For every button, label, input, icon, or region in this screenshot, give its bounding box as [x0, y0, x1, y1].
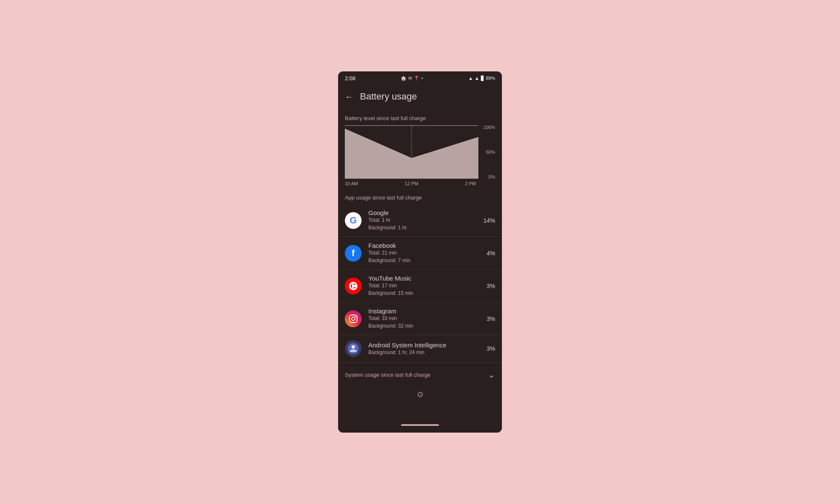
youtubemusic-icon-container	[345, 278, 362, 294]
dot-icon: •	[421, 76, 423, 81]
app-usage-title: App usage since last full charge	[338, 186, 502, 204]
chart-svg	[345, 125, 478, 179]
chart-x-labels: 10 AM 12 PM 2 PM	[345, 179, 476, 186]
signal-icon: ▲	[475, 76, 479, 81]
facebook-icon: f	[345, 245, 362, 262]
asi-detail1: Background: 1 hr, 24 min	[368, 349, 483, 356]
list-item[interactable]: Android System Intelligence Background: …	[338, 335, 502, 362]
asi-info: Android System Intelligence Background: …	[368, 341, 483, 356]
google-info: Google Total: 1 hr Background: 1 hr	[368, 209, 480, 231]
chart-section-label: Battery level since last full charge	[338, 108, 502, 125]
youtubemusic-info: YouTube Music Total: 17 min Background: …	[368, 275, 483, 297]
facebook-name: Facebook	[368, 242, 483, 249]
youtubemusic-detail1: Total: 17 min	[368, 282, 483, 289]
content-area: Battery level since last full charge	[338, 108, 502, 419]
app-bar: ← Battery usage	[338, 85, 502, 108]
chart-area: 100% 50% 0%	[345, 125, 495, 179]
asi-name: Android System Intelligence	[368, 341, 483, 349]
google-detail1: Total: 1 hr	[368, 216, 480, 224]
asi-icon	[345, 340, 362, 357]
list-item[interactable]: Instagram Total: 33 min Background: 32 m…	[338, 302, 502, 335]
page-title: Battery usage	[360, 91, 417, 102]
battery-percent: 89%	[486, 76, 495, 81]
facebook-icon-container: f	[345, 245, 362, 262]
google-percentage: 14%	[483, 217, 495, 224]
bottom-nav-area: ⊙	[338, 386, 502, 399]
location-icon: 📍	[414, 76, 420, 81]
x-label-2pm: 2 PM	[465, 181, 476, 186]
chart-y-labels: 100% 50% 0%	[478, 125, 495, 179]
youtubemusic-percentage: 3%	[487, 283, 495, 289]
back-button[interactable]: ←	[345, 92, 353, 102]
google-detail2: Background: 1 hr	[368, 224, 480, 231]
battery-icon: ▊	[481, 76, 484, 81]
instagram-icon-container	[345, 310, 362, 327]
asi-percentage: 3%	[487, 345, 495, 352]
svg-point-13	[355, 316, 356, 317]
system-usage-label: System usage since last full charge	[345, 372, 488, 378]
instagram-detail1: Total: 33 min	[368, 315, 483, 322]
svg-marker-2	[412, 137, 478, 178]
wifi-icon: ▲	[468, 76, 473, 81]
status-left-icons: 🏠 ✉ 📍 •	[401, 76, 423, 81]
facebook-info: Facebook Total: 21 min Background: 7 min	[368, 242, 483, 264]
chart-container: 100% 50% 0% 10 AM 12 PM 2 PM	[345, 125, 495, 186]
instagram-info: Instagram Total: 33 min Background: 32 m…	[368, 307, 483, 330]
google-name: Google	[368, 209, 480, 216]
bottom-home-icon: ⊙	[417, 390, 423, 399]
list-item[interactable]: f Facebook Total: 21 min Background: 7 m…	[338, 237, 502, 270]
youtubemusic-name: YouTube Music	[368, 275, 483, 282]
svg-text:G: G	[349, 215, 357, 226]
instagram-percentage: 3%	[487, 315, 495, 322]
nav-indicator	[401, 424, 439, 426]
chevron-down-icon: ⌄	[488, 370, 495, 380]
instagram-icon	[345, 310, 362, 327]
svg-point-15	[352, 345, 355, 349]
list-item[interactable]: G Google Total: 1 hr Background: 1 hr 14…	[338, 204, 502, 237]
x-label-12pm: 12 PM	[405, 181, 418, 186]
svg-point-12	[352, 317, 355, 320]
asi-icon-container	[345, 340, 362, 357]
battery-chart-section: Battery level since last full charge	[338, 108, 502, 186]
instagram-detail2: Background: 32 min	[368, 322, 483, 330]
y-label-0: 0%	[481, 174, 495, 179]
facebook-percentage: 4%	[487, 250, 495, 257]
youtubemusic-detail2: Background: 15 min	[368, 289, 483, 297]
status-time: 2:08	[345, 75, 355, 81]
y-label-100: 100%	[481, 125, 495, 130]
y-label-50: 50%	[481, 150, 495, 155]
instagram-name: Instagram	[368, 307, 483, 315]
google-icon-container: G	[345, 212, 362, 229]
list-item[interactable]: YouTube Music Total: 17 min Background: …	[338, 270, 502, 302]
facebook-detail1: Total: 21 min	[368, 249, 483, 257]
youtubemusic-icon	[345, 278, 362, 294]
system-usage-row[interactable]: System usage since last full charge ⌄	[338, 362, 502, 386]
home-icon: 🏠	[401, 76, 407, 81]
x-label-10am: 10 AM	[345, 181, 358, 186]
mail-icon: ✉	[408, 76, 412, 81]
status-bar: 2:08 🏠 ✉ 📍 • ▲ ▲ ▊ 89%	[338, 71, 502, 85]
phone-container: 2:08 🏠 ✉ 📍 • ▲ ▲ ▊ 89% ← Battery usage B…	[338, 71, 502, 433]
status-icons: ▲ ▲ ▊ 89%	[468, 76, 495, 81]
bottom-bar	[338, 419, 502, 433]
app-usage-section: App usage since last full charge G Googl…	[338, 186, 502, 362]
facebook-detail2: Background: 7 min	[368, 257, 483, 264]
